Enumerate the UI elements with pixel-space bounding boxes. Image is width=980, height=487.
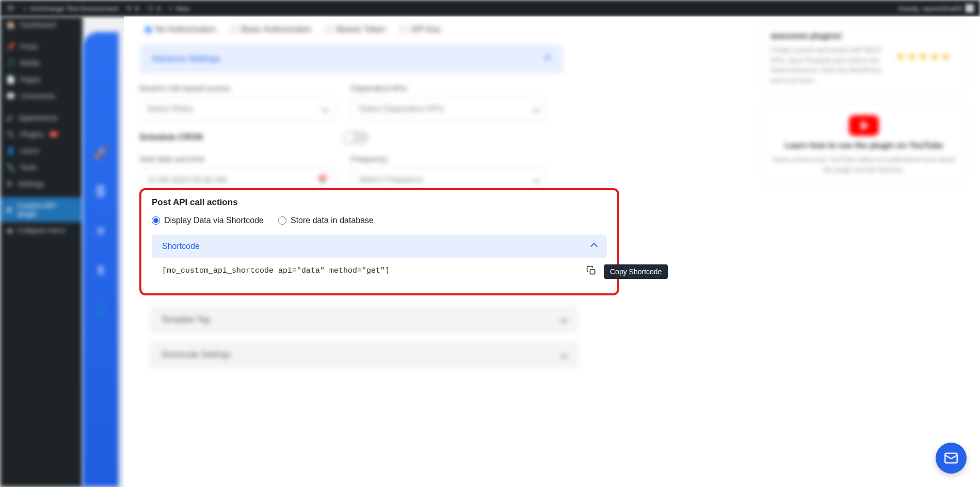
yt-title: Learn how to use the plugin on YouTube <box>770 141 957 150</box>
comments-link[interactable]: 🗨 0 <box>147 5 160 12</box>
freq-label: Frequency <box>351 154 547 163</box>
sidebar-item-posts[interactable]: 📌 Posts <box>0 38 83 55</box>
sidebar-item-appearance[interactable]: 🖌 Appearance <box>0 109 83 126</box>
howdy-user[interactable]: Howdy, rayeesbhat55 <box>898 4 974 12</box>
chat-bubble[interactable] <box>936 443 967 474</box>
sidebar-item-pages[interactable]: 📄 Pages <box>0 71 83 88</box>
site-name[interactable]: ⌂miniOrange Test Environment <box>23 5 118 12</box>
copy-icon[interactable] <box>586 265 597 276</box>
opt-store-db[interactable]: Store data in database <box>278 216 374 225</box>
stars-icon: ★★★★★ <box>895 50 957 64</box>
auth-bearer[interactable]: Bearer Token <box>326 25 385 34</box>
sidebar-item-dashboard[interactable]: 🏠 Dashboard <box>0 17 83 33</box>
user-icon[interactable]: 👤 <box>93 303 108 317</box>
right-panel: awesome plugins! Create custom and prote… <box>756 17 972 197</box>
awesome-text: Create custom and protect WP REST APIs. … <box>770 45 890 85</box>
plugin-vertical-nav: 🚀 🗄 ✕ $ 👤 <box>83 32 119 487</box>
dependent-label: Dependent APIs <box>351 84 547 92</box>
dollar-icon[interactable]: $ <box>93 263 108 278</box>
svg-rect-0 <box>590 270 595 274</box>
post-api-actions-box: Post API call actions Display Data via S… <box>139 188 619 295</box>
cron-label: Schedule CRON <box>139 133 203 142</box>
wp-logo-icon[interactable]: ⓦ <box>6 4 14 12</box>
new-link[interactable]: + New <box>169 5 189 12</box>
dependent-select[interactable]: Select Dependent APIs <box>351 98 547 120</box>
shortcode-card-header[interactable]: Shortcode <box>152 234 607 258</box>
shortcode-value: [mo_custom_api_shortcode api="data" meth… <box>162 266 390 275</box>
sidebar-item-comments[interactable]: 💬 Comments <box>0 88 83 104</box>
wp-admin-bar: ⓦ ⌂miniOrange Test Environment ⟳ 8 🗨 0 +… <box>0 0 980 17</box>
cron-toggle[interactable] <box>342 131 369 144</box>
sidebar-item-collapse[interactable]: ◀ Collapse menu <box>0 222 83 239</box>
post-api-heading: Post API call actions <box>152 197 607 208</box>
wp-admin-sidebar: 🏠 Dashboard 📌 Posts 🎵 Media 📄 Pages 💬 Co… <box>0 17 83 487</box>
main-content: No Authorization Basic Authorization Bea… <box>124 17 980 487</box>
chevron-up-icon <box>590 243 598 250</box>
sidebar-item-media[interactable]: 🎵 Media <box>0 55 83 71</box>
opt-display-shortcode[interactable]: Display Data via Shortcode <box>152 216 264 225</box>
auth-no-auth[interactable]: No Authorization <box>144 25 216 34</box>
date-label: Start date and time <box>139 154 335 163</box>
template-tag-card[interactable]: Template Tag <box>150 306 578 334</box>
sidebar-item-settings[interactable]: ⚙ Settings <box>0 176 83 192</box>
copy-tooltip: Copy Shortcode <box>604 264 668 279</box>
sidebar-item-tools[interactable]: 🔧 Tools <box>0 159 83 176</box>
sidebar-item-custom-api[interactable]: ⊞ Custom API plugin <box>0 197 83 222</box>
database-icon[interactable]: 🗄 <box>93 185 108 199</box>
restrict-select[interactable]: Select Roles <box>139 98 335 120</box>
shortcode-settings-card[interactable]: Shortcode Settings <box>150 341 578 369</box>
calendar-icon: 📅 <box>317 175 328 185</box>
awesome-title: awesome plugins! <box>770 32 957 41</box>
auth-apikey[interactable]: API Key <box>400 25 441 34</box>
envelope-icon <box>944 451 958 465</box>
sidebar-item-users[interactable]: 👤 Users <box>0 143 83 159</box>
rocket-icon[interactable]: 🚀 <box>93 146 108 160</box>
yt-text: Have a look at our YouTube videos to und… <box>770 154 957 175</box>
advance-settings-header[interactable]: Advance Settings <box>139 44 563 73</box>
restrict-label: Restrict role-based access <box>139 84 335 92</box>
youtube-icon[interactable] <box>849 115 879 136</box>
cross-icon[interactable]: ✕ <box>93 224 108 239</box>
sidebar-item-plugins[interactable]: 🔌 Plugins 5 <box>0 126 83 143</box>
chevron-up-icon <box>544 55 551 62</box>
auth-basic[interactable]: Basic Authorization <box>230 25 311 34</box>
updates-link[interactable]: ⟳ 8 <box>126 5 139 12</box>
